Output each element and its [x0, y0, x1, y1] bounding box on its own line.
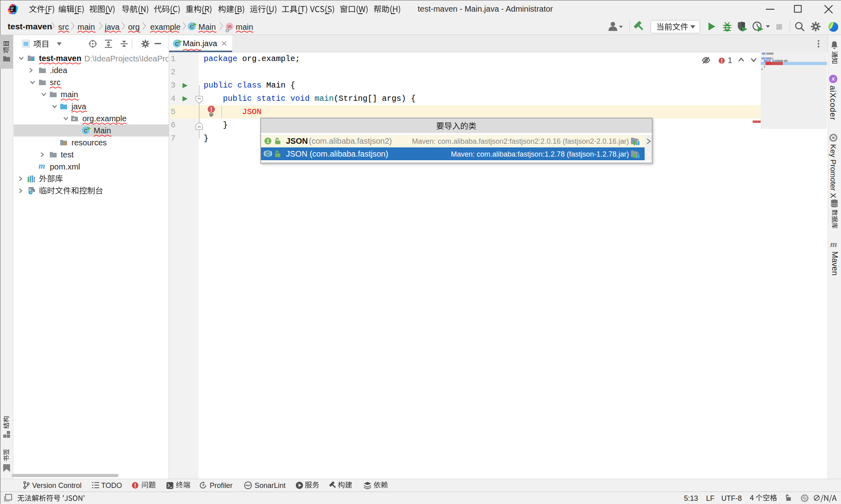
svg-text:m: m	[830, 240, 837, 248]
svg-text:IJ: IJ	[11, 6, 14, 10]
svg-text:m: m	[39, 163, 45, 170]
svg-text:C: C	[266, 151, 269, 157]
svg-text:C: C	[84, 128, 88, 134]
svg-text:C: C	[190, 24, 194, 30]
svg-text:X: X	[831, 77, 835, 82]
svg-text:C: C	[175, 41, 179, 47]
svg-text:I: I	[266, 139, 269, 145]
svg-text:m: m	[227, 24, 232, 29]
